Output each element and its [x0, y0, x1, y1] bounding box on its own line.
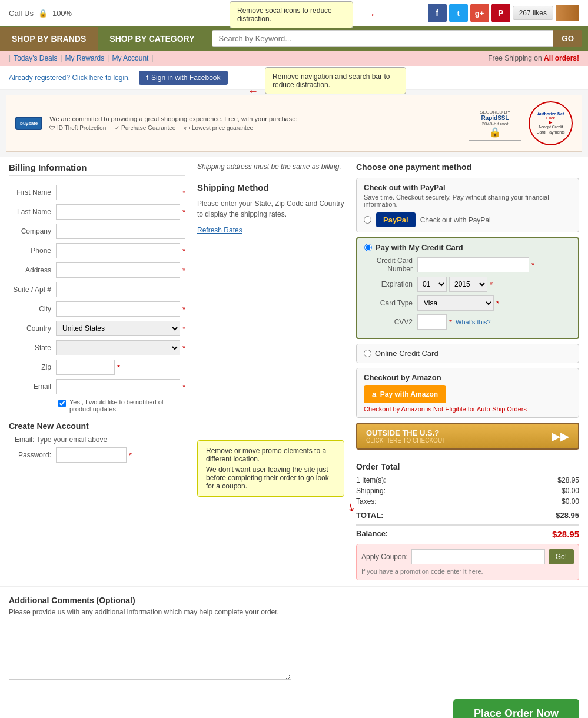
social-callout-box: Remove socal icons to reduce distraction…: [230, 1, 353, 28]
my-account-link[interactable]: My Account: [112, 54, 148, 62]
credit-card-option[interactable]: Pay with My Credit Card Credit Card Numb…: [356, 237, 579, 339]
billing-heading: Billing Information: [9, 162, 185, 176]
search-input[interactable]: [212, 30, 553, 47]
pinterest-icon[interactable]: P: [491, 4, 510, 22]
city-input[interactable]: [56, 301, 180, 317]
paypal-radio[interactable]: [364, 216, 371, 224]
facebook-signin-button[interactable]: f Sign in with Facebook: [139, 71, 227, 85]
todays-deals-link[interactable]: Today's Deals: [14, 54, 57, 62]
card-type-row: Card Type Visa *: [364, 295, 571, 311]
additional-textarea[interactable]: [9, 621, 291, 680]
login-bar: Already registered? Click here to login.…: [0, 66, 588, 90]
coupon-label: Apply Coupon:: [361, 553, 408, 561]
exp-year-select[interactable]: 2015: [449, 277, 487, 292]
paypal-logo: PayPal: [376, 212, 416, 227]
coupon-input[interactable]: [411, 549, 545, 564]
notify-checkbox[interactable]: [58, 400, 66, 407]
id-theft-badge: 🛡 ID Theft Protection: [49, 125, 106, 131]
paypal-desc: Save time. Checkout securely. Pay withou…: [364, 194, 572, 208]
phone-row: Phone *: [9, 243, 185, 258]
online-cc-option[interactable]: Online Credit Card: [356, 344, 579, 363]
card-type-select[interactable]: Visa: [417, 295, 494, 311]
sub-nav: | Today's Deals | My Rewards | My Accoun…: [0, 51, 588, 66]
place-order-row: Place Order Now: [0, 690, 588, 718]
top-bar-left: Call Us 🔒 100%: [9, 9, 72, 18]
google-plus-icon[interactable]: g+: [470, 4, 489, 22]
outside-us-line1: OUTSIDE THE U.S.?: [366, 428, 446, 437]
additional-heading: Additional Comments (Optional): [9, 596, 579, 605]
payment-heading: Choose one payment method: [356, 162, 579, 172]
address-row: Address *: [9, 262, 185, 278]
balance-label: Balance:: [356, 529, 388, 539]
shipping-method-desc: Please enter your State, Zip Code and Co…: [197, 198, 344, 220]
facebook-icon[interactable]: f: [428, 4, 447, 22]
taxes-value: $0.00: [562, 497, 579, 506]
nav-callout-text: Remove navigation and search bar to redu…: [273, 72, 390, 89]
shipping-section: Shipping address must be the same as bil…: [185, 162, 356, 580]
my-rewards-link[interactable]: My Rewards: [65, 54, 105, 62]
address-label: Address: [9, 266, 56, 274]
place-order-button[interactable]: Place Order Now: [453, 699, 579, 718]
amazon-checkout-option[interactable]: Checkout by Amazon a Pay with Amazon Che…: [356, 368, 579, 418]
order-total-heading: Order Total: [356, 462, 579, 471]
email-note: Email: Type your email above: [15, 436, 185, 444]
cvv2-input[interactable]: [417, 314, 447, 330]
items-value: $28.95: [557, 476, 579, 484]
total-row: TOTAL: $28.95: [356, 508, 579, 520]
email-label: Email: [9, 383, 56, 391]
state-row: State *: [9, 340, 185, 355]
outside-us-button[interactable]: OUTSIDE THE U.S.? CLICK HERE TO CHECKOUT…: [356, 423, 579, 450]
ssl-badge: SECURED BY RapidSSL 2048-bit root 🔒: [469, 107, 521, 141]
country-select[interactable]: United States: [56, 321, 180, 336]
card-type-required: *: [496, 299, 499, 308]
facebook-signin-label: Sign in with Facebook: [151, 74, 220, 82]
online-cc-radio[interactable]: [364, 350, 371, 357]
zip-input[interactable]: [56, 360, 115, 375]
whats-this-link[interactable]: What's this?: [456, 318, 491, 325]
last-name-input[interactable]: [56, 204, 180, 220]
company-input[interactable]: [56, 224, 185, 239]
email-input[interactable]: [56, 379, 180, 394]
exp-month-select[interactable]: 01: [417, 277, 447, 292]
pay-amazon-label: Pay with Amazon: [380, 390, 438, 398]
cvv2-label: CVV2: [364, 318, 417, 326]
all-orders-text: All orders!: [544, 54, 579, 62]
refresh-rates-link[interactable]: Refresh Rates: [197, 226, 242, 234]
social-icons-group: f t g+ P 267 likes: [428, 4, 579, 22]
credit-card-radio[interactable]: [364, 244, 372, 251]
search-go-button[interactable]: GO: [553, 30, 582, 47]
address-input[interactable]: [56, 262, 180, 278]
trust-commitment: We are committed to providing a great sh…: [49, 115, 461, 122]
password-input[interactable]: [56, 447, 127, 463]
lowest-price-badge: 🏷 Lowest price guarantee: [184, 125, 253, 131]
shop-category-nav[interactable]: SHOP BY CATEGORY: [98, 27, 206, 51]
expiration-label: Expiration: [364, 280, 417, 288]
shipping-label: Shipping:: [356, 487, 386, 495]
shop-brands-nav[interactable]: SHOP BY BRANDS: [0, 27, 98, 51]
zip-row: Zip *: [9, 360, 185, 375]
nav-bar: SHOP BY BRANDS SHOP BY CATEGORY GO: [0, 26, 588, 51]
purchase-guarantee-badge: ✓ Purchase Guarantee: [115, 125, 175, 131]
cc-number-input[interactable]: [417, 257, 529, 272]
city-label: City: [9, 305, 56, 313]
phone-label: Phone: [9, 247, 56, 255]
lock-icon: 🔒: [38, 9, 48, 18]
coupon-go-button[interactable]: Go!: [549, 549, 574, 564]
trust-badges: 🛡 ID Theft Protection ✓ Purchase Guarant…: [49, 125, 461, 131]
first-name-input[interactable]: [56, 185, 180, 200]
phone-input[interactable]: [56, 243, 180, 258]
cvv2-row: CVV2 * What's this?: [364, 314, 571, 330]
paypal-option[interactable]: Check out with PayPal Save time. Checkou…: [356, 178, 579, 232]
sub-nav-links: | Today's Deals | My Rewards | My Accoun…: [9, 54, 154, 62]
state-select[interactable]: [56, 340, 180, 355]
suite-input[interactable]: [56, 282, 185, 297]
total-label: TOTAL:: [356, 511, 383, 520]
balance-value: $28.95: [552, 529, 579, 539]
likes-bar-icon: [556, 5, 579, 21]
shipping-method-heading: Shipping Method: [197, 182, 344, 192]
outside-us-line2: CLICK HERE TO CHECKOUT: [366, 437, 446, 444]
twitter-icon[interactable]: t: [449, 4, 468, 22]
first-name-label: First Name: [9, 188, 56, 197]
pay-amazon-button[interactable]: a Pay with Amazon: [364, 385, 446, 403]
login-link[interactable]: Already registered? Click here to login.: [9, 74, 130, 82]
